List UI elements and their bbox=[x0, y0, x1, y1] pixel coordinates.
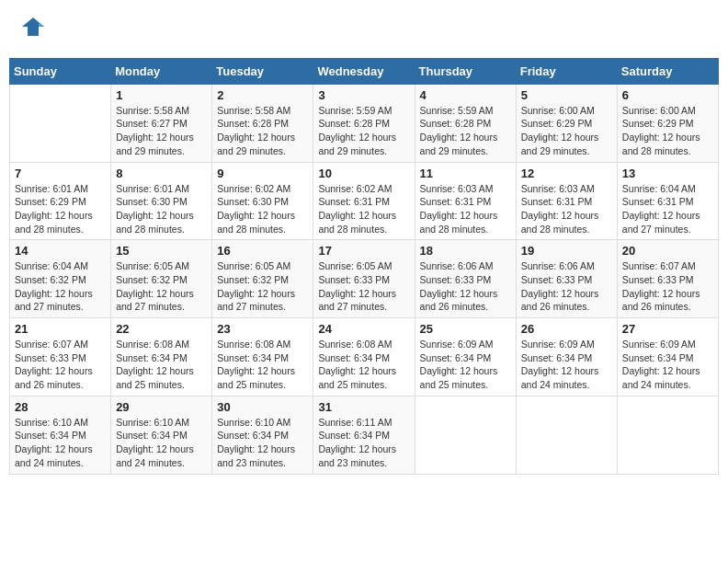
day-info: Sunrise: 6:08 AMSunset: 6:34 PMDaylight:… bbox=[116, 338, 207, 392]
calendar-cell: 17Sunrise: 6:05 AMSunset: 6:33 PMDayligh… bbox=[313, 240, 415, 318]
day-number: 6 bbox=[622, 88, 713, 102]
calendar-cell: 27Sunrise: 6:09 AMSunset: 6:34 PMDayligh… bbox=[617, 318, 718, 396]
calendar-cell: 3Sunrise: 5:59 AMSunset: 6:28 PMDaylight… bbox=[313, 84, 415, 162]
day-info: Sunrise: 6:02 AMSunset: 6:30 PMDaylight:… bbox=[217, 182, 308, 236]
calendar-cell: 10Sunrise: 6:02 AMSunset: 6:31 PMDayligh… bbox=[313, 162, 415, 240]
logo bbox=[18, 14, 46, 44]
day-info: Sunrise: 6:07 AMSunset: 6:33 PMDaylight:… bbox=[622, 259, 713, 314]
calendar-cell bbox=[617, 396, 718, 474]
day-info: Sunrise: 6:04 AMSunset: 6:31 PMDaylight:… bbox=[622, 182, 713, 236]
day-info: Sunrise: 6:01 AMSunset: 6:30 PMDaylight:… bbox=[116, 182, 207, 236]
day-info: Sunrise: 6:07 AMSunset: 6:33 PMDaylight:… bbox=[15, 338, 106, 392]
day-info: Sunrise: 6:11 AMSunset: 6:34 PMDaylight:… bbox=[318, 416, 409, 470]
calendar-week-row: 1Sunrise: 5:58 AMSunset: 6:27 PMDaylight… bbox=[10, 84, 719, 162]
day-info: Sunrise: 5:59 AMSunset: 6:28 PMDaylight:… bbox=[318, 104, 409, 158]
calendar-cell: 8Sunrise: 6:01 AMSunset: 6:30 PMDaylight… bbox=[111, 162, 212, 240]
day-number: 13 bbox=[622, 167, 713, 180]
day-info: Sunrise: 5:58 AMSunset: 6:27 PMDaylight:… bbox=[116, 104, 207, 158]
calendar-cell: 2Sunrise: 5:58 AMSunset: 6:28 PMDaylight… bbox=[212, 84, 313, 162]
day-number: 18 bbox=[420, 244, 511, 258]
calendar-cell bbox=[516, 396, 617, 474]
calendar-cell: 7Sunrise: 6:01 AMSunset: 6:29 PMDaylight… bbox=[10, 162, 111, 240]
calendar-cell: 1Sunrise: 5:58 AMSunset: 6:27 PMDaylight… bbox=[111, 84, 212, 162]
calendar-cell: 20Sunrise: 6:07 AMSunset: 6:33 PMDayligh… bbox=[617, 240, 718, 318]
calendar-cell: 28Sunrise: 6:10 AMSunset: 6:34 PMDayligh… bbox=[10, 396, 111, 474]
day-number: 26 bbox=[521, 322, 612, 336]
day-number: 16 bbox=[217, 244, 308, 258]
calendar-cell: 24Sunrise: 6:08 AMSunset: 6:34 PMDayligh… bbox=[313, 318, 415, 396]
calendar-table: SundayMondayTuesdayWednesdayThursdayFrid… bbox=[9, 58, 719, 475]
day-number: 7 bbox=[15, 167, 106, 180]
day-number: 3 bbox=[318, 88, 409, 102]
calendar-dow-saturday: Saturday bbox=[617, 58, 718, 84]
day-info: Sunrise: 5:59 AMSunset: 6:28 PMDaylight:… bbox=[420, 104, 511, 158]
day-info: Sunrise: 6:04 AMSunset: 6:32 PMDaylight:… bbox=[15, 259, 106, 314]
calendar-cell: 6Sunrise: 6:00 AMSunset: 6:29 PMDaylight… bbox=[617, 84, 718, 162]
calendar-week-row: 14Sunrise: 6:04 AMSunset: 6:32 PMDayligh… bbox=[10, 240, 719, 318]
calendar-cell: 9Sunrise: 6:02 AMSunset: 6:30 PMDaylight… bbox=[212, 162, 313, 240]
day-number: 10 bbox=[318, 167, 409, 180]
calendar-cell: 18Sunrise: 6:06 AMSunset: 6:33 PMDayligh… bbox=[415, 240, 516, 318]
day-number: 31 bbox=[318, 400, 409, 414]
logo-general bbox=[18, 14, 46, 44]
day-number: 21 bbox=[15, 322, 106, 336]
day-info: Sunrise: 5:58 AMSunset: 6:28 PMDaylight:… bbox=[217, 104, 308, 158]
day-number: 14 bbox=[15, 244, 106, 258]
day-info: Sunrise: 6:09 AMSunset: 6:34 PMDaylight:… bbox=[521, 338, 612, 392]
calendar-cell: 16Sunrise: 6:05 AMSunset: 6:32 PMDayligh… bbox=[212, 240, 313, 318]
day-info: Sunrise: 6:05 AMSunset: 6:33 PMDaylight:… bbox=[318, 259, 409, 314]
day-number: 24 bbox=[318, 322, 409, 336]
day-number: 25 bbox=[420, 322, 511, 336]
calendar-cell: 29Sunrise: 6:10 AMSunset: 6:34 PMDayligh… bbox=[111, 396, 212, 474]
day-info: Sunrise: 6:09 AMSunset: 6:34 PMDaylight:… bbox=[420, 338, 511, 392]
day-info: Sunrise: 6:03 AMSunset: 6:31 PMDaylight:… bbox=[521, 182, 612, 236]
day-number: 11 bbox=[420, 167, 511, 180]
calendar-dow-wednesday: Wednesday bbox=[313, 58, 415, 84]
day-info: Sunrise: 6:08 AMSunset: 6:34 PMDaylight:… bbox=[318, 338, 409, 392]
day-number: 2 bbox=[217, 88, 308, 102]
day-number: 30 bbox=[217, 400, 308, 414]
day-info: Sunrise: 6:06 AMSunset: 6:33 PMDaylight:… bbox=[521, 259, 612, 314]
calendar-cell: 31Sunrise: 6:11 AMSunset: 6:34 PMDayligh… bbox=[313, 396, 415, 474]
calendar-dow-thursday: Thursday bbox=[415, 58, 516, 84]
calendar-week-row: 21Sunrise: 6:07 AMSunset: 6:33 PMDayligh… bbox=[10, 318, 719, 396]
day-number: 8 bbox=[116, 167, 207, 180]
day-number: 9 bbox=[217, 167, 308, 180]
day-number: 28 bbox=[15, 400, 106, 414]
day-info: Sunrise: 6:06 AMSunset: 6:33 PMDaylight:… bbox=[420, 259, 511, 314]
calendar-cell: 26Sunrise: 6:09 AMSunset: 6:34 PMDayligh… bbox=[516, 318, 617, 396]
calendar-cell: 15Sunrise: 6:05 AMSunset: 6:32 PMDayligh… bbox=[111, 240, 212, 318]
day-number: 29 bbox=[116, 400, 207, 414]
day-number: 22 bbox=[116, 322, 207, 336]
calendar-cell: 23Sunrise: 6:08 AMSunset: 6:34 PMDayligh… bbox=[212, 318, 313, 396]
calendar-cell bbox=[415, 396, 516, 474]
calendar-header-row: SundayMondayTuesdayWednesdayThursdayFrid… bbox=[10, 58, 719, 84]
calendar-week-row: 28Sunrise: 6:10 AMSunset: 6:34 PMDayligh… bbox=[10, 396, 719, 474]
day-info: Sunrise: 6:10 AMSunset: 6:34 PMDaylight:… bbox=[15, 416, 106, 470]
calendar-cell: 19Sunrise: 6:06 AMSunset: 6:33 PMDayligh… bbox=[516, 240, 617, 318]
calendar-cell: 14Sunrise: 6:04 AMSunset: 6:32 PMDayligh… bbox=[10, 240, 111, 318]
day-info: Sunrise: 6:05 AMSunset: 6:32 PMDaylight:… bbox=[217, 259, 308, 314]
day-number: 1 bbox=[116, 88, 207, 102]
calendar-dow-sunday: Sunday bbox=[10, 58, 111, 84]
day-number: 12 bbox=[521, 167, 612, 180]
calendar-week-row: 7Sunrise: 6:01 AMSunset: 6:29 PMDaylight… bbox=[10, 162, 719, 240]
day-info: Sunrise: 6:00 AMSunset: 6:29 PMDaylight:… bbox=[521, 104, 612, 158]
header bbox=[9, 9, 719, 49]
day-info: Sunrise: 6:08 AMSunset: 6:34 PMDaylight:… bbox=[217, 338, 308, 392]
day-number: 23 bbox=[217, 322, 308, 336]
day-number: 5 bbox=[521, 88, 612, 102]
day-info: Sunrise: 6:01 AMSunset: 6:29 PMDaylight:… bbox=[15, 182, 106, 236]
day-info: Sunrise: 6:09 AMSunset: 6:34 PMDaylight:… bbox=[622, 338, 713, 392]
day-info: Sunrise: 6:00 AMSunset: 6:29 PMDaylight:… bbox=[622, 104, 713, 158]
day-info: Sunrise: 6:05 AMSunset: 6:32 PMDaylight:… bbox=[116, 259, 207, 314]
calendar-cell: 5Sunrise: 6:00 AMSunset: 6:29 PMDaylight… bbox=[516, 84, 617, 162]
calendar-cell: 25Sunrise: 6:09 AMSunset: 6:34 PMDayligh… bbox=[415, 318, 516, 396]
calendar-cell: 13Sunrise: 6:04 AMSunset: 6:31 PMDayligh… bbox=[617, 162, 718, 240]
calendar-dow-monday: Monday bbox=[111, 58, 212, 84]
calendar-cell: 11Sunrise: 6:03 AMSunset: 6:31 PMDayligh… bbox=[415, 162, 516, 240]
day-info: Sunrise: 6:03 AMSunset: 6:31 PMDaylight:… bbox=[420, 182, 511, 236]
day-number: 15 bbox=[116, 244, 207, 258]
day-number: 20 bbox=[622, 244, 713, 258]
calendar-dow-tuesday: Tuesday bbox=[212, 58, 313, 84]
